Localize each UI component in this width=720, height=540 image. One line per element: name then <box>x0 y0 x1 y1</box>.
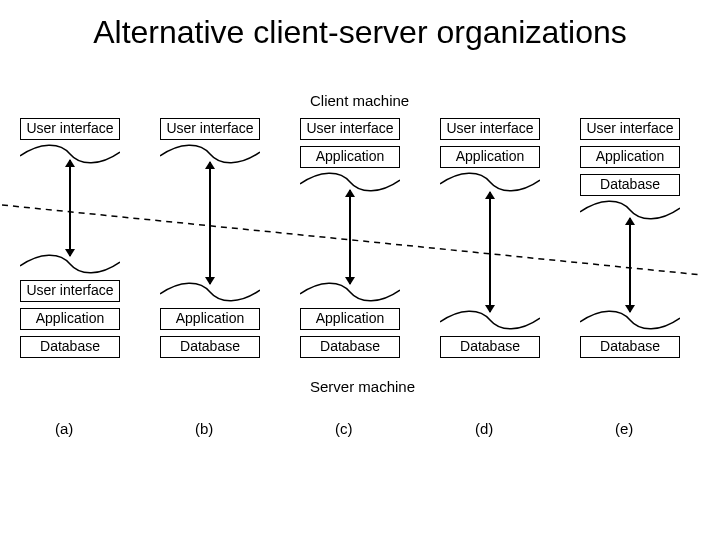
slide-title: Alternative client-server organizations <box>0 14 720 51</box>
col-c-arrow <box>349 190 351 284</box>
col-b-client-ui: User interface <box>160 118 260 140</box>
col-a-arrow <box>69 160 71 256</box>
col-d-client-ui: User interface <box>440 118 540 140</box>
col-c-client-ui: User interface <box>300 118 400 140</box>
col-a-label: (a) <box>55 420 73 437</box>
col-c-server-db: Database <box>300 336 400 358</box>
col-e-arrow <box>629 218 631 312</box>
col-a-client-ui: User interface <box>20 118 120 140</box>
col-d-arrow <box>489 192 491 312</box>
col-d-client-app: Application <box>440 146 540 168</box>
diagram: Client machine Server machine User inter… <box>20 100 700 460</box>
svg-line-0 <box>2 205 702 275</box>
col-e-client-app: Application <box>580 146 680 168</box>
col-c-label: (c) <box>335 420 353 437</box>
col-a-server-app: Application <box>20 308 120 330</box>
col-a-server-ui: User interface <box>20 280 120 302</box>
col-b-server-db: Database <box>160 336 260 358</box>
col-b-label: (b) <box>195 420 213 437</box>
col-b-server-app: Application <box>160 308 260 330</box>
col-d-label: (d) <box>475 420 493 437</box>
col-a-server-db: Database <box>20 336 120 358</box>
col-e-client-ui: User interface <box>580 118 680 140</box>
col-e-client-db: Database <box>580 174 680 196</box>
server-machine-label: Server machine <box>310 378 415 395</box>
col-b-arrow <box>209 162 211 284</box>
col-e-label: (e) <box>615 420 633 437</box>
col-e-server-db: Database <box>580 336 680 358</box>
client-machine-label: Client machine <box>310 92 409 109</box>
slide: Alternative client-server organizations … <box>0 0 720 540</box>
col-c-client-app: Application <box>300 146 400 168</box>
col-d-server-db: Database <box>440 336 540 358</box>
col-c-server-app: Application <box>300 308 400 330</box>
